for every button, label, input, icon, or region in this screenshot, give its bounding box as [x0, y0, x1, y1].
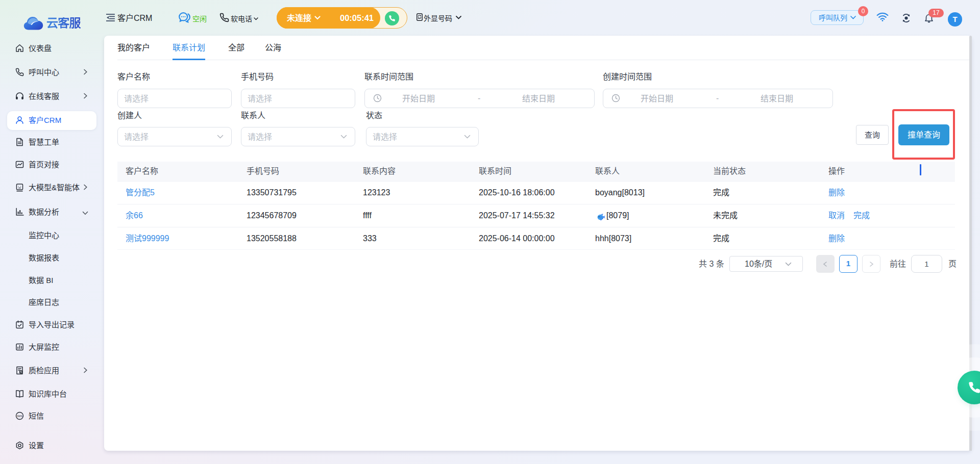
svg-text:SMS: SMS	[17, 415, 23, 418]
